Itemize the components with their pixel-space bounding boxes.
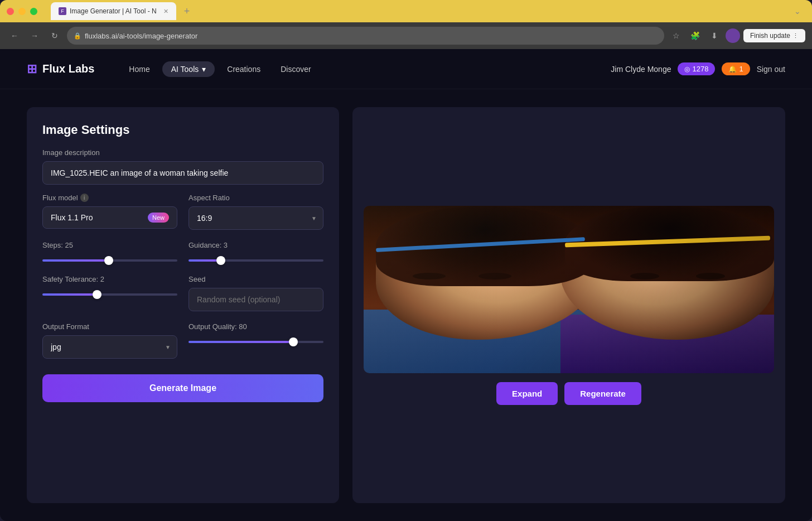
guidance-group: Guidance: 3: [188, 241, 323, 264]
description-input[interactable]: [42, 161, 323, 185]
bookmark-button[interactable]: ☆: [669, 28, 684, 44]
seed-input[interactable]: [188, 288, 323, 311]
safety-label: Safety Tolerance: 2: [42, 275, 177, 283]
nav-link-home[interactable]: Home: [121, 61, 157, 77]
credits-badge: ◎ 1278: [678, 62, 715, 75]
generated-image: [364, 206, 774, 373]
flux-model-group: Flux model i Flux 1.1 Pro New: [42, 194, 177, 230]
settings-panel: Image Settings Image description Flux mo…: [27, 107, 339, 503]
finish-update-label: Finish update: [750, 32, 790, 40]
seed-label: Seed: [188, 275, 323, 283]
regenerate-button[interactable]: Regenerate: [564, 382, 641, 405]
notifications-badge[interactable]: 🔔 1: [722, 62, 750, 75]
nav-link-discover[interactable]: Discover: [273, 61, 318, 77]
main-navbar: ⊞ Flux Labs Home AI Tools ▾ Creations Di…: [0, 49, 812, 89]
logo-icon: ⊞: [27, 62, 37, 76]
flux-model-value: Flux 1.1 Pro: [51, 213, 93, 222]
aspect-ratio-select-wrapper: 16:9 1:1 4:3 9:16 3:2: [188, 206, 323, 230]
toolbar-actions: ☆ 🧩 ⬇ Finish update ⋮: [669, 28, 805, 44]
browser-toolbar: ← → ↻ 🔒 fluxlabs.ai/ai-tools/image-gener…: [0, 22, 812, 49]
safety-seed-row: Safety Tolerance: 2 Seed: [42, 275, 323, 311]
forward-button[interactable]: →: [27, 28, 42, 44]
download-button[interactable]: ⬇: [707, 28, 722, 44]
aspect-ratio-group: Aspect Ratio 16:9 1:1 4:3 9:16 3:2: [188, 194, 323, 230]
seed-group: Seed: [188, 275, 323, 311]
extensions-button[interactable]: 🧩: [688, 28, 703, 44]
model-ratio-row: Flux model i Flux 1.1 Pro New Aspect Rat…: [42, 194, 323, 230]
flux-model-select[interactable]: Flux 1.1 Pro New: [42, 206, 177, 229]
image-panel: Expand Regenerate: [352, 107, 785, 503]
tab-close-icon[interactable]: ✕: [163, 8, 168, 15]
output-quality-slider[interactable]: [188, 341, 323, 343]
back-button[interactable]: ←: [7, 28, 22, 44]
info-icon[interactable]: i: [80, 194, 89, 202]
output-format-select[interactable]: jpg png webp: [42, 335, 177, 359]
nav-links: Home AI Tools ▾ Creations Discover: [121, 61, 611, 77]
finish-update-menu-icon: ⋮: [792, 32, 799, 40]
minimize-traffic-light[interactable]: [18, 8, 26, 15]
flux-model-label: Flux model i: [42, 194, 177, 202]
new-tab-button[interactable]: +: [184, 6, 190, 17]
lighting-overlay: [364, 206, 774, 373]
output-quality-label: Output Quality: 80: [188, 322, 323, 331]
image-faces-bg: [364, 206, 774, 373]
profile-avatar[interactable]: [726, 28, 740, 43]
finish-update-button[interactable]: Finish update ⋮: [743, 29, 805, 42]
lock-icon: 🔒: [74, 32, 81, 40]
main-content: Image Settings Image description Flux mo…: [0, 89, 812, 521]
steps-slider[interactable]: [42, 259, 177, 262]
notification-count: 1: [739, 65, 743, 73]
steps-group: Steps: 25: [42, 241, 177, 264]
close-traffic-light[interactable]: [7, 8, 14, 15]
generate-button[interactable]: Generate Image: [42, 374, 323, 402]
output-format-group: Output Format jpg png webp: [42, 322, 177, 359]
ai-tools-label: AI Tools: [171, 65, 199, 74]
steps-label: Steps: 25: [42, 241, 177, 249]
credits-icon: ◎: [684, 65, 690, 73]
logo-text: Flux Labs: [42, 62, 94, 75]
new-badge: New: [148, 213, 169, 223]
credits-value: 1278: [692, 65, 708, 73]
tab-favicon-icon: F: [59, 7, 66, 15]
address-text: fluxlabs.ai/ai-tools/image-generator: [85, 32, 197, 40]
nav-link-creations[interactable]: Creations: [219, 61, 268, 77]
guidance-label: Guidance: 3: [188, 241, 323, 249]
image-actions: Expand Regenerate: [496, 382, 641, 405]
format-quality-row: Output Format jpg png webp Output Qualit…: [42, 322, 323, 359]
nav-link-ai-tools[interactable]: AI Tools ▾: [162, 61, 215, 77]
chrome-menu-button[interactable]: ⌄: [790, 3, 805, 19]
logo: ⊞ Flux Labs: [27, 62, 94, 76]
guidance-slider[interactable]: [188, 259, 323, 262]
address-bar[interactable]: 🔒 fluxlabs.ai/ai-tools/image-generator: [67, 27, 664, 45]
tab-title: Image Generator | AI Tool - N: [70, 7, 157, 15]
safety-group: Safety Tolerance: 2: [42, 275, 177, 311]
nav-right: Jim Clyde Monge ◎ 1278 🔔 1 Sign out: [611, 62, 785, 75]
output-format-label: Output Format: [42, 322, 177, 331]
output-quality-group: Output Quality: 80: [188, 322, 323, 359]
ai-tools-chevron-icon: ▾: [202, 65, 206, 74]
panel-title: Image Settings: [42, 123, 323, 137]
steps-guidance-row: Steps: 25 Guidance: 3: [42, 241, 323, 264]
reload-button[interactable]: ↻: [47, 28, 62, 44]
safety-slider[interactable]: [42, 293, 177, 296]
app-content: ⊞ Flux Labs Home AI Tools ▾ Creations Di…: [0, 49, 812, 521]
sign-out-link[interactable]: Sign out: [757, 65, 785, 74]
description-label: Image description: [42, 148, 323, 157]
description-group: Image description: [42, 148, 323, 185]
aspect-ratio-select[interactable]: 16:9 1:1 4:3 9:16 3:2: [188, 206, 323, 230]
browser-window: F Image Generator | AI Tool - N ✕ + ⌄ ← …: [0, 0, 812, 521]
browser-titlebar: F Image Generator | AI Tool - N ✕ + ⌄: [0, 0, 812, 22]
browser-tab[interactable]: F Image Generator | AI Tool - N ✕: [51, 2, 176, 20]
maximize-traffic-light[interactable]: [30, 8, 37, 15]
aspect-ratio-label: Aspect Ratio: [188, 194, 323, 202]
output-format-select-wrapper: jpg png webp: [42, 335, 177, 359]
notification-icon: 🔔: [728, 65, 737, 73]
expand-button[interactable]: Expand: [496, 382, 558, 405]
user-name: Jim Clyde Monge: [611, 65, 671, 74]
